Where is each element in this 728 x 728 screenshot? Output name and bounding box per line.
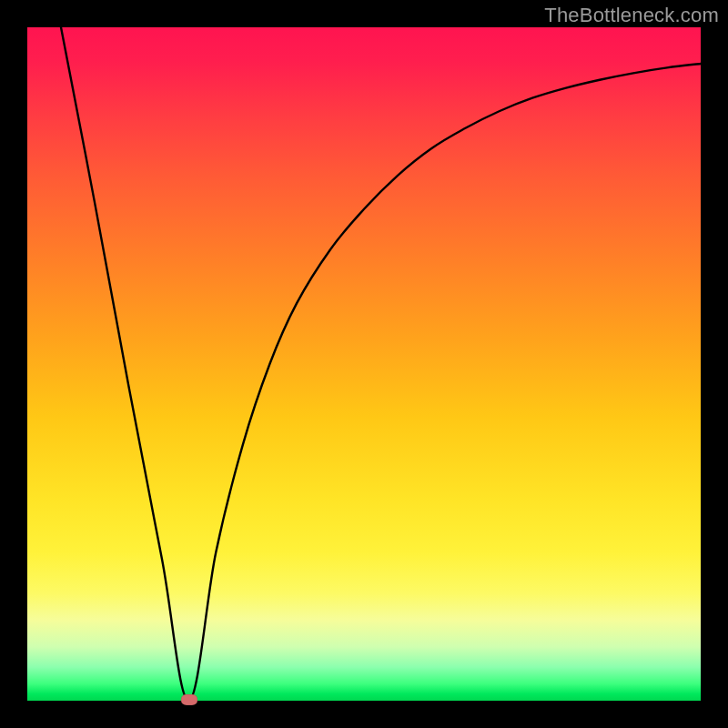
attribution-text: TheBottleneck.com bbox=[544, 4, 719, 27]
chart-frame: TheBottleneck.com bbox=[0, 0, 728, 728]
bottleneck-curve bbox=[27, 27, 701, 701]
optimal-point-marker bbox=[181, 694, 197, 705]
plot-area bbox=[27, 27, 701, 701]
